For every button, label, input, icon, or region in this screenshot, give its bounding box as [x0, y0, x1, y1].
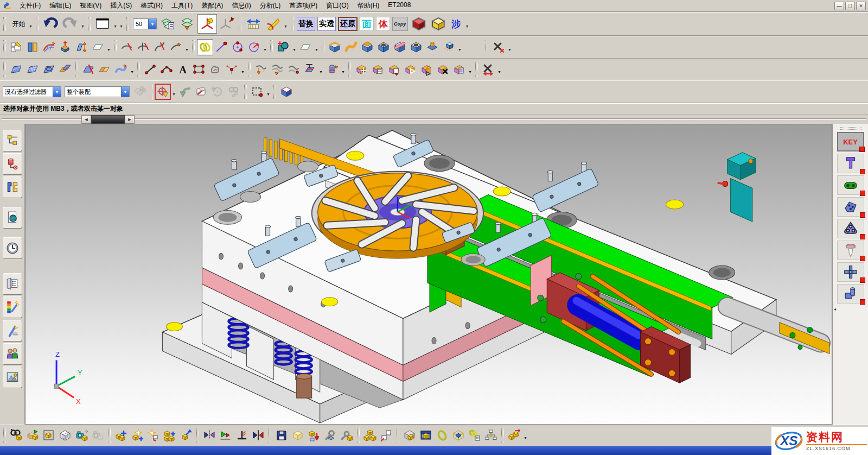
toolbar-grip[interactable]	[244, 85, 247, 99]
undo-arrow-button[interactable]	[41, 14, 60, 34]
limit-switch-teal[interactable]	[718, 153, 756, 222]
blend-edge-button[interactable]	[327, 39, 343, 55]
toolbar-grip[interactable]	[150, 85, 152, 99]
group-components-button[interactable]	[401, 427, 418, 444]
dropdown-arrow[interactable]: ▾	[318, 62, 324, 77]
toolbar-grip[interactable]	[75, 62, 78, 77]
menu-window[interactable]: 窗口(O)	[322, 0, 353, 11]
menu-preferences[interactable]: 首选项(P)	[285, 0, 322, 11]
add-component-button[interactable]	[113, 427, 129, 444]
dropdown-arrow[interactable]: ▾	[129, 62, 135, 77]
wcs-dynamics-button[interactable]	[217, 14, 237, 34]
scroll-left-button[interactable]: ◄	[81, 115, 91, 124]
trim-sheet-button[interactable]	[80, 61, 97, 78]
erase-display-button[interactable]	[193, 84, 209, 100]
toolbar-grip[interactable]	[291, 17, 293, 31]
layer-settings-button[interactable]	[158, 14, 178, 34]
remember-position-button[interactable]	[506, 427, 522, 444]
toolbar-grip[interactable]	[3, 40, 6, 54]
dropdown-arrow[interactable]: ▾	[496, 62, 502, 77]
menu-file[interactable]: 文件(F)	[15, 0, 45, 11]
close-button[interactable]: ✕	[856, 2, 866, 10]
horizontal-scrollbar[interactable]: ◄ ►	[81, 115, 135, 124]
new-component-button[interactable]	[129, 427, 145, 444]
mold-assembly-model[interactable]: Z Y X	[25, 124, 832, 424]
replace-view-button[interactable]: 替换	[297, 17, 315, 31]
boolean-unite-button[interactable]	[275, 39, 291, 55]
sync-pattern-face-button[interactable]	[451, 61, 467, 78]
sync-cut-face-button[interactable]	[386, 61, 402, 78]
web-browser-tab[interactable]	[3, 207, 22, 229]
toolbar-grip[interactable]	[269, 428, 271, 443]
save-floppy-button[interactable]	[273, 427, 290, 444]
toolbar-grip[interactable]	[348, 62, 351, 77]
see-through-button[interactable]: 实透	[317, 17, 336, 31]
toolbar-grip[interactable]	[36, 17, 39, 31]
taskbar[interactable]	[0, 446, 868, 455]
intersect-curve-button[interactable]	[324, 61, 340, 78]
toolbar-grip[interactable]	[239, 17, 241, 31]
menu-assemblies[interactable]: 装配(A)	[197, 0, 227, 11]
mirror-assembly-button[interactable]	[201, 427, 218, 444]
selection-scope-arrow[interactable]: ▼	[121, 87, 129, 97]
menu-view[interactable]: 视图(V)	[75, 0, 106, 11]
selection-filter[interactable]: 没有选择过滤器▼	[3, 86, 61, 97]
section-curve-button[interactable]	[302, 61, 318, 78]
relations-browser-button[interactable]	[467, 427, 483, 444]
menu-help[interactable]: 帮助(H)	[353, 0, 384, 11]
dropdown-arrow[interactable]: ▾	[314, 40, 320, 54]
snapshot-button[interactable]: ?	[73, 427, 90, 444]
part-screw-item[interactable]	[837, 154, 864, 173]
redo-arrow-button[interactable]	[60, 14, 80, 34]
part-plate-item[interactable]	[837, 219, 864, 238]
toolbar-grip[interactable]	[501, 428, 504, 443]
trim-body-button[interactable]	[392, 39, 408, 55]
combine-curve-button[interactable]	[269, 61, 285, 78]
datum-plane-button[interactable]	[90, 39, 106, 55]
dropdown-arrow[interactable]: ▾	[457, 40, 463, 54]
work-layer-input[interactable]: 50▼	[133, 18, 157, 29]
mirror-body-button[interactable]	[24, 39, 41, 55]
toolbar-grip[interactable]	[475, 62, 478, 77]
menu-edit[interactable]: 编辑(E)	[45, 0, 75, 11]
shell-button[interactable]	[375, 39, 392, 55]
palette-grip[interactable]	[840, 127, 861, 130]
window-component-button[interactable]	[418, 427, 434, 444]
restore-button[interactable]: ❐	[845, 2, 855, 10]
arrangements-button[interactable]	[290, 427, 306, 444]
toolbar-grip[interactable]	[397, 428, 399, 443]
dropdown-arrow[interactable]: ▾	[28, 17, 34, 31]
toolbar-grip[interactable]	[88, 17, 91, 31]
sync-resize-face-button[interactable]	[480, 61, 496, 78]
dropdown-arrow[interactable]: ▾	[522, 428, 528, 443]
scroll-thumb[interactable]	[91, 115, 125, 124]
snap-point-button[interactable]	[155, 84, 171, 100]
part-link-item[interactable]	[837, 175, 864, 195]
dropdown-arrow[interactable]: ▾	[262, 40, 268, 54]
toolbar-grip[interactable]	[137, 62, 140, 77]
toolbar-grip[interactable]	[108, 428, 111, 443]
line-seg-button[interactable]	[142, 61, 158, 78]
sweep-band-button[interactable]	[73, 39, 90, 55]
toolbar-grip[interactable]	[192, 40, 195, 54]
color-swatch-button[interactable]	[93, 14, 112, 34]
sweep-face-button[interactable]	[343, 39, 359, 55]
dropdown-arrow[interactable]: ▾	[507, 40, 513, 54]
pattern-feature-button[interactable]	[441, 39, 457, 55]
part-elbow-item[interactable]	[837, 284, 864, 304]
toolbar-grip[interactable]	[126, 17, 129, 31]
palette-collapse-arrow[interactable]: ◂	[834, 307, 839, 312]
point-set-button[interactable]	[224, 61, 240, 78]
hole-button[interactable]	[408, 39, 424, 55]
dropdown-arrow[interactable]: ▾	[467, 62, 473, 77]
work-layer-input-arrow[interactable]: ▼	[148, 19, 156, 29]
offset-surface-button[interactable]	[57, 61, 73, 78]
start-globe-button[interactable]: 开始	[8, 14, 28, 34]
sync-cylinder-face-button[interactable]	[418, 61, 435, 78]
wcs-display-button[interactable]	[197, 14, 217, 34]
user-roles-tab[interactable]	[3, 343, 22, 365]
dropdown-arrow[interactable]: ▾	[291, 40, 297, 54]
link-ring-button[interactable]	[434, 427, 450, 444]
part-pin-item[interactable]	[837, 241, 864, 260]
visualization-tab[interactable]	[3, 320, 22, 342]
